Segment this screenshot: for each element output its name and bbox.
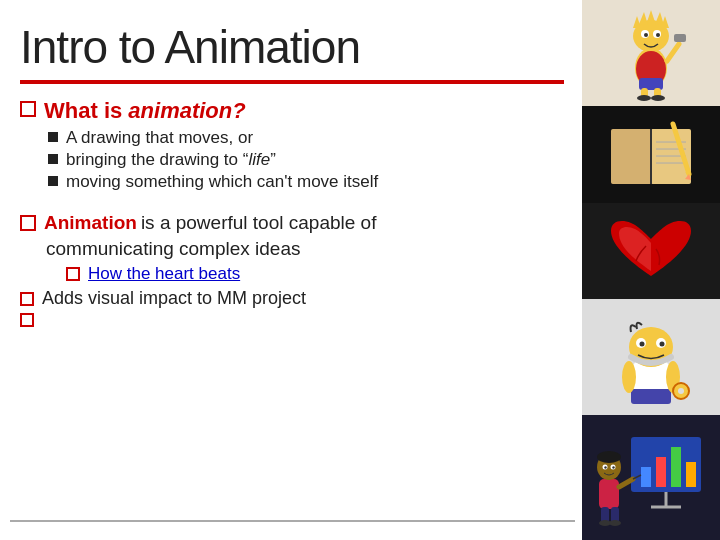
- adds-visual-label: Adds visual impact to MM project: [42, 288, 306, 309]
- svg-marker-4: [647, 10, 655, 22]
- what-is-label: What is animation?: [44, 98, 246, 124]
- svg-rect-48: [599, 479, 619, 509]
- section-animation-tool: Animation is a powerful tool capable of …: [20, 212, 564, 331]
- homer-image: [582, 299, 720, 415]
- presenter-image: [582, 415, 720, 540]
- bart-image: [582, 0, 720, 106]
- slide: Intro to Animation What is animation? A …: [0, 0, 720, 540]
- svg-point-60: [609, 520, 621, 526]
- svg-point-35: [640, 341, 645, 346]
- svg-point-40: [678, 388, 684, 394]
- animation-line2: communicating complex ideas: [46, 238, 564, 260]
- sub-bullets: A drawing that moves, or bringing the dr…: [48, 128, 564, 192]
- heart-beats-link[interactable]: How the heart beats: [88, 264, 240, 284]
- sub-bullet-3-text: moving something which can't move itself: [66, 172, 378, 192]
- svg-rect-45: [686, 462, 696, 487]
- svg-point-10: [656, 33, 660, 37]
- svg-rect-31: [631, 389, 671, 404]
- bullet-what-is: What is animation?: [20, 98, 564, 124]
- svg-point-15: [637, 95, 651, 101]
- svg-rect-20: [611, 129, 651, 184]
- svg-point-50: [597, 451, 621, 463]
- animation-rest: is a powerful tool capable of: [141, 212, 377, 234]
- svg-rect-18: [674, 34, 686, 42]
- svg-point-37: [622, 361, 636, 393]
- sub-bullet-1-text: A drawing that moves, or: [66, 128, 253, 148]
- heart-image: [582, 203, 720, 299]
- book-svg: [601, 114, 701, 194]
- square-bullet-icon: [48, 132, 58, 142]
- svg-marker-2: [633, 16, 641, 28]
- heading-text: What is: [44, 98, 128, 123]
- right-panel: [582, 0, 720, 540]
- svg-rect-43: [656, 457, 666, 487]
- svg-line-17: [667, 44, 679, 61]
- checkbox-icon: [20, 215, 36, 231]
- book-image: [582, 106, 720, 202]
- main-content: Intro to Animation What is animation? A …: [0, 0, 582, 540]
- bart-svg: [611, 6, 691, 101]
- homer-svg: [601, 307, 701, 407]
- svg-point-16: [651, 95, 665, 101]
- svg-line-55: [619, 479, 633, 487]
- heart-link-row: How the heart beats: [66, 264, 564, 284]
- heart-checkbox-icon: [66, 267, 80, 281]
- square-bullet-icon: [48, 176, 58, 186]
- svg-point-53: [604, 467, 606, 469]
- bottom-divider: [10, 520, 575, 522]
- red-divider: [20, 80, 564, 84]
- sub-bullet-3: moving something which can't move itself: [48, 172, 564, 192]
- empty-bullet-row: [20, 313, 564, 327]
- sub-bullet-2-text: bringing the drawing to “life”: [66, 150, 276, 170]
- square-bullet-icon: [48, 154, 58, 164]
- presenter-svg: [591, 427, 711, 527]
- checkbox-icon: [20, 313, 34, 327]
- sub-bullet-2: bringing the drawing to “life”: [48, 150, 564, 170]
- svg-point-9: [644, 33, 648, 37]
- svg-marker-3: [639, 12, 648, 25]
- svg-rect-12: [639, 78, 663, 90]
- adds-visual-row: Adds visual impact to MM project: [20, 288, 564, 309]
- svg-rect-44: [671, 447, 681, 487]
- svg-rect-42: [641, 467, 651, 487]
- page-title: Intro to Animation: [20, 20, 564, 74]
- svg-point-36: [660, 341, 665, 346]
- sub-bullet-1: A drawing that moves, or: [48, 128, 564, 148]
- checkbox-icon: [20, 292, 34, 306]
- animation-main-line: Animation is a powerful tool capable of: [20, 212, 564, 234]
- section-what-is-animation: What is animation? A drawing that moves,…: [20, 98, 564, 198]
- heading-italic: animation?: [128, 98, 245, 123]
- animation-word: Animation: [44, 212, 137, 234]
- svg-point-54: [612, 467, 614, 469]
- heart-svg: [601, 211, 701, 291]
- checkbox-icon: [20, 101, 36, 117]
